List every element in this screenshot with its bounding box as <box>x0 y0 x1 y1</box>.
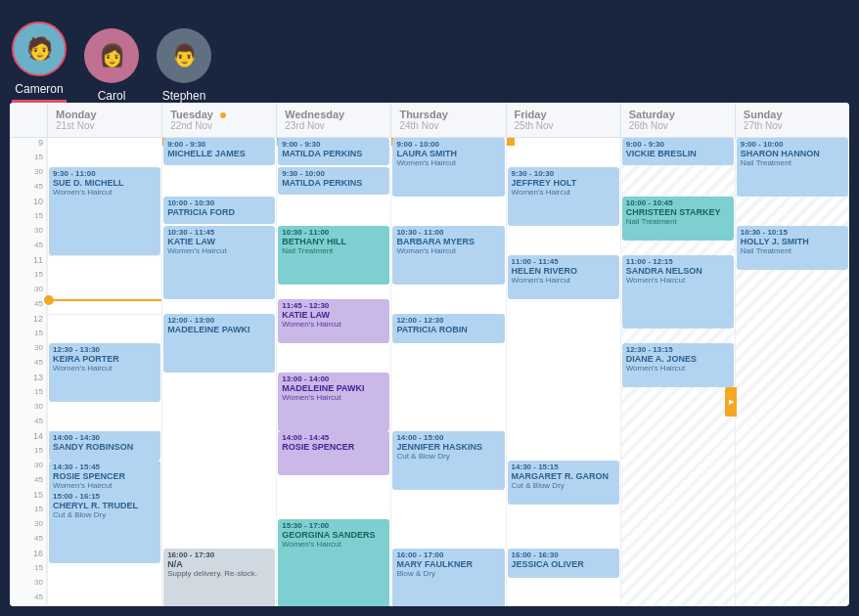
current-time-dot <box>44 295 54 305</box>
day-date-friday: 25th Nov <box>515 120 612 131</box>
appt-time: 10:30 - 11:45 <box>167 228 271 237</box>
calendar-body[interactable]: 9 15 30 45 10 15 30 45 11 15 30 45 12 15… <box>10 138 849 606</box>
time-1345: 45 <box>10 417 47 425</box>
day-col-wednesday[interactable]: 9:00 - 9:30 MATILDA PERKINS 9:30 - 10:00… <box>276 138 390 606</box>
appt-time: 16:00 - 16:30 <box>512 550 615 559</box>
time-915: 15 <box>10 153 47 161</box>
day-date-monday: 21st Nov <box>56 120 154 131</box>
appt-matilda-perkins[interactable]: 9:00 - 9:30 MATILDA PERKINS <box>278 138 389 165</box>
appt-jessica-oliver[interactable]: 16:00 - 16:30 JESSICA OLIVER <box>508 549 619 578</box>
appt-sandy-robinson[interactable]: 14:00 - 14:30 SANDY ROBINSON <box>49 431 160 461</box>
time-1215: 15 <box>10 329 47 337</box>
appt-sharon-hannon[interactable]: 9:00 - 10:00 SHARON HANNON Nail Treatmen… <box>737 138 848 197</box>
time-1045: 45 <box>10 241 47 249</box>
day-name-thursday: Thursday <box>399 109 497 120</box>
day-header-thursday: Thursday 24th Nov <box>390 103 505 137</box>
appt-name: KATIE LAW <box>282 310 385 320</box>
appt-time: 9:00 - 10:00 <box>741 140 844 149</box>
appt-service: Women's Haircut <box>396 158 500 167</box>
appt-time: 11:00 - 11:45 <box>512 257 615 266</box>
appt-madeleine-pawki-tue[interactable]: 12:00 - 13:00 MADELEINE PAWKI <box>163 314 275 373</box>
appt-na-tue[interactable]: 16:00 - 17:30 N/A Supply delivery. Re-st… <box>163 549 275 606</box>
appt-service: Cut & Blow Dry <box>396 452 500 461</box>
staff-cameron[interactable]: 🧑 Cameron <box>12 22 67 103</box>
time-15: 15 <box>10 490 47 500</box>
appt-name: N/A <box>167 559 271 569</box>
appt-service: Nail Treatment <box>282 246 385 255</box>
appt-vickie-breslin[interactable]: 9:00 - 9:30 VICKIE BRESLIN <box>622 138 734 165</box>
appt-name: MATILDA PERKINS <box>282 178 385 188</box>
appt-service: Nail Treatment <box>626 217 730 226</box>
day-name-sunday: Sunday <box>744 109 841 120</box>
time-930: 30 <box>10 167 47 176</box>
appt-name: MADELEINE PAWKI <box>167 325 271 334</box>
day-col-thursday[interactable]: 9:00 - 10:00 LAURA SMITH Women's Haircut… <box>390 138 505 606</box>
appt-rosie-spencer-wed[interactable]: 14:00 - 14:45 ROSIE SPENCER <box>278 431 389 475</box>
appt-name: SANDRA NELSON <box>626 266 730 276</box>
appt-time: 14:30 - 15:45 <box>53 462 157 471</box>
day-col-monday[interactable]: 9:30 - 11:00 SUE D. MICHELL Women's Hair… <box>47 138 161 606</box>
appt-michelle-james[interactable]: 9:00 - 9:30 MICHELLE JAMES <box>163 138 275 165</box>
day-col-friday[interactable]: 9:30 - 10:30 JEFFREY HOLT Women's Haircu… <box>506 138 620 606</box>
appt-jeffrey-holt[interactable]: 9:30 - 10:30 JEFFREY HOLT Women's Haircu… <box>508 167 619 226</box>
appt-name: MADELEINE PAWKI <box>282 383 385 393</box>
appt-time: 9:30 - 11:00 <box>53 169 157 178</box>
appt-holly-smith[interactable]: 10:30 - 10:15 HOLLY J. SMITH Nail Treatm… <box>737 226 848 270</box>
side-indicator[interactable]: ▶ <box>725 387 737 417</box>
appt-margaret-garon[interactable]: 14:30 - 15:15 MARGARET R. GARON Cut & Bl… <box>508 461 619 505</box>
day-col-saturday[interactable]: 9:00 - 9:30 VICKIE BRESLIN 10:00 - 10:45… <box>620 138 735 606</box>
day-date-sunday: 27th Nov <box>744 120 841 131</box>
appt-name: ROSIE SPENCER <box>282 442 385 452</box>
appt-name: JESSICA OLIVER <box>512 559 615 569</box>
time-1115: 15 <box>10 270 47 279</box>
staff-name-stephen: Stephen <box>162 89 206 103</box>
appt-sandra-nelson[interactable]: 11:00 - 12:15 SANDRA NELSON Women's Hair… <box>622 255 734 329</box>
appt-georgina-sanders[interactable]: 15:30 - 17:00 GEORGINA SANDERS Women's H… <box>278 519 389 606</box>
appt-service: Women's Haircut <box>512 188 615 197</box>
friday-indicator <box>507 138 515 146</box>
appt-name: SHARON HANNON <box>741 149 844 158</box>
staff-carol[interactable]: 👩 Carol <box>84 28 139 103</box>
calendar: Monday 21st Nov Tuesday 22nd Nov Wednesd… <box>10 103 849 606</box>
appt-bethany-hill[interactable]: 10:30 - 11:00 BETHANY HILL Nail Treatmen… <box>278 226 389 285</box>
appt-sue-michell[interactable]: 9:30 - 11:00 SUE D. MICHELL Women's Hair… <box>49 167 160 255</box>
appt-service: Nail Treatment <box>741 246 844 255</box>
appt-laura-smith[interactable]: 9:00 - 10:00 LAURA SMITH Women's Haircut <box>392 138 504 197</box>
appt-jennifer-haskins[interactable]: 14:00 - 15:00 JENNIFER HASKINS Cut & Blo… <box>392 431 504 490</box>
appt-patricia-robin[interactable]: 12:00 - 12:30 PATRICIA ROBIN <box>392 314 504 343</box>
appt-matilda-perkins2[interactable]: 9:30 - 10:00 MATILDA PERKINS <box>278 167 389 195</box>
time-1130: 30 <box>10 285 47 293</box>
appt-keira-porter[interactable]: 12:30 - 13:30 KEIRA PORTER Women's Hairc… <box>49 343 160 402</box>
appt-christeen-starkey[interactable]: 10:00 - 10:45 CHRISTEEN STARKEY Nail Tre… <box>622 197 734 241</box>
day-col-sunday[interactable]: 9:00 - 10:00 SHARON HANNON Nail Treatmen… <box>735 138 849 606</box>
calendar-header: Monday 21st Nov Tuesday 22nd Nov Wednesd… <box>10 103 849 138</box>
appt-helen-rivero[interactable]: 11:00 - 11:45 HELEN RIVERO Women's Hairc… <box>508 255 619 299</box>
day-col-tuesday[interactable]: 9:00 - 9:30 MICHELLE JAMES 10:00 - 10:30… <box>161 138 276 606</box>
appt-time: 9:30 - 10:00 <box>282 169 385 178</box>
appt-time: 12:00 - 13:00 <box>167 316 271 325</box>
time-945: 45 <box>10 182 47 191</box>
appt-service: Supply delivery. Re-stock. <box>167 569 271 578</box>
appt-diane-jones[interactable]: 12:30 - 13:15 DIANE A. JONES Women's Hai… <box>622 343 734 387</box>
staff-stephen[interactable]: 👨 Stephen <box>157 28 211 103</box>
appt-mary-faulkner[interactable]: 16:00 - 17:00 MARY FAULKNER Blow & Dry <box>392 549 504 606</box>
appt-patricia-ford[interactable]: 10:00 - 10:30 PATRICIA FORD <box>163 197 275 224</box>
appt-time: 10:30 - 11:00 <box>282 228 385 237</box>
appt-time: 12:30 - 13:30 <box>53 345 157 354</box>
staff-bar: 🧑 Cameron 👩 Carol 👨 Stephen <box>0 0 859 103</box>
appt-katie-law-wed[interactable]: 11:45 - 12:30 KATIE LAW Women's Haircut <box>278 299 389 343</box>
appt-cheryl-trudel[interactable]: 15:00 - 16:15 CHERYL R. TRUDEL Cut & Blo… <box>49 490 160 563</box>
day-name-monday: Monday <box>56 109 154 120</box>
appt-katie-law-tue[interactable]: 10:30 - 11:45 KATIE LAW Women's Haircut <box>163 226 275 299</box>
appt-madeleine-wed[interactable]: 13:00 - 14:00 MADELEINE PAWKI Women's Ha… <box>278 373 389 431</box>
appt-time: 13:00 - 14:00 <box>282 374 385 383</box>
time-1330: 30 <box>10 402 47 411</box>
appt-name: LAURA SMITH <box>396 149 500 158</box>
time-9: 9 <box>10 138 47 148</box>
appt-name: CHERYL R. TRUDEL <box>53 501 157 510</box>
day-header-wednesday: Wednesday 23rd Nov <box>276 103 390 137</box>
appt-service: Women's Haircut <box>53 188 157 197</box>
appt-time: 9:00 - 9:30 <box>167 140 271 149</box>
appt-name: PATRICIA ROBIN <box>396 325 500 334</box>
appt-barbara-myers[interactable]: 10:30 - 11:00 BARBARA MYERS Woman's Hair… <box>392 226 504 285</box>
